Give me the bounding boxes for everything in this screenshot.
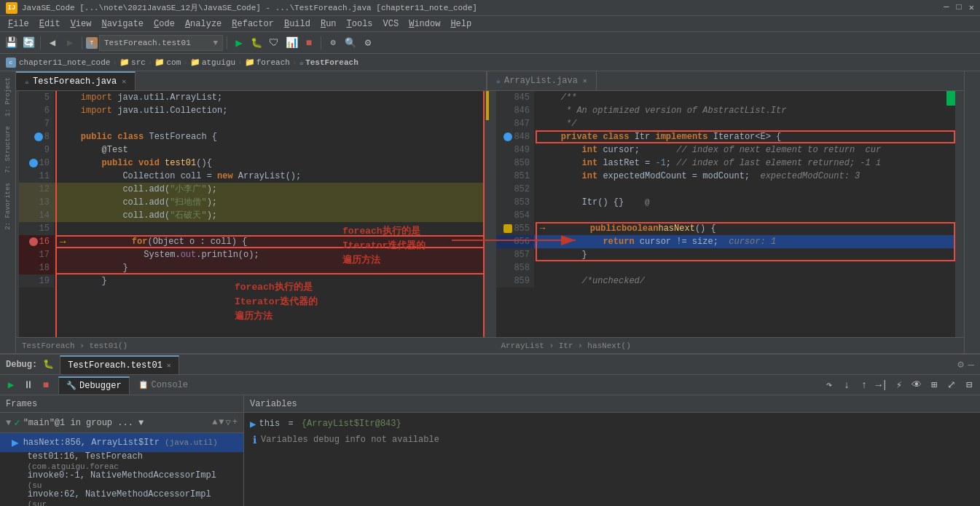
debug-tab-main[interactable]: TestForeach.test01 ✕ <box>60 355 179 374</box>
forward-btn[interactable]: ▶ <box>62 35 78 51</box>
menu-edit[interactable]: Edit <box>34 16 66 31</box>
stop-btn[interactable]: ■ <box>301 35 317 51</box>
var-this[interactable]: ▶ this = {ArrayList$Itr@843} <box>250 416 974 432</box>
sdk-settings-btn[interactable]: ⚙ <box>325 35 341 51</box>
right-editor[interactable]: 845 /** 846 * An optimi <box>496 91 955 337</box>
code-line-858: 858 <box>496 261 955 274</box>
pause-btn[interactable]: ⏸ <box>20 377 36 393</box>
tabs-bar: ☕ TestForeach.java ✕ ☕ ArrayList.java ✕ <box>16 71 964 91</box>
tab-close-arraylist[interactable]: ✕ <box>583 76 587 85</box>
menu-window[interactable]: Window <box>404 16 445 31</box>
run-to-cursor-btn[interactable]: →| <box>874 377 890 393</box>
breadcrumb-file[interactable]: TestForeach <box>305 58 358 67</box>
frame-up-btn[interactable]: ▲ <box>212 417 217 428</box>
evaluate-btn[interactable]: ⚡ <box>891 377 907 393</box>
profile-btn[interactable]: 📊 <box>283 35 299 51</box>
title-bar: IJ JavaSE_Code [...\note\2021JavaSE_12月\… <box>0 0 980 16</box>
frames-layout-btn[interactable]: ⊞ <box>926 377 942 393</box>
debug-minimize-icon[interactable]: — <box>968 359 974 371</box>
frame-item-0[interactable]: ▶ hasNext:856, ArrayList$Itr (java.util) <box>0 433 243 452</box>
code-line-16: 16 → for (Object o : coll) { <box>16 235 485 248</box>
settings-btn[interactable]: ⚙ <box>360 35 376 51</box>
code-line-850: 850 int lastRet = -1; // index of last e… <box>496 157 955 170</box>
breadcrumb-file-icon: ☕ <box>299 58 305 67</box>
right-breadcrumb: ArrayList › Itr › hasNext() <box>501 341 631 350</box>
menu-help[interactable]: Help <box>445 16 477 31</box>
frame-item-2[interactable]: invoke0:-1, NativeMethodAccessorImpl (su <box>0 471 243 490</box>
step-into-btn[interactable]: ↓ <box>839 377 855 393</box>
frame-down-btn[interactable]: ▼ <box>219 417 224 428</box>
breadcrumb-com[interactable]: com <box>166 58 181 67</box>
breadcrumb-project[interactable]: chapter11_note_code <box>19 58 110 67</box>
stop-debug-btn[interactable]: ■ <box>38 377 54 393</box>
frame-item-3[interactable]: invoke:62, NativeMethodAccessorImpl (sur <box>0 490 243 506</box>
left-panel-strip: 1: Project 7: Structure 2: Favorites <box>0 71 16 353</box>
code-line-13: 13 coll.add("扫地僧"); <box>16 196 485 209</box>
search-everywhere-btn[interactable]: 🔍 <box>342 35 358 51</box>
frame-filter-btn[interactable]: ▽ <box>226 417 231 428</box>
variables-header: Variables <box>250 399 297 409</box>
code-line-19: 19 } <box>16 274 485 288</box>
menu-build[interactable]: Build <box>279 16 315 31</box>
breadcrumb-atguigu-icon: 📁 <box>190 58 200 67</box>
breadcrumb-foreach[interactable]: foreach <box>256 58 290 67</box>
menu-view[interactable]: View <box>66 16 97 31</box>
resume-btn[interactable]: ▶ <box>3 377 19 393</box>
console-sub-tab[interactable]: 📋 Console <box>131 376 195 394</box>
tab-arraylist[interactable]: ☕ ArrayList.java ✕ <box>487 71 597 90</box>
var-debug-info: ℹ Variables debug info not available <box>250 432 974 448</box>
step-over-btn[interactable]: ↷ <box>821 377 837 393</box>
title-text: JavaSE_Code [...\note\2021JavaSE_12月\Jav… <box>22 2 477 13</box>
debug-panel: Debug: 🐛 TestForeach.test01 ✕ ⚙ — ▶ ⏸ ■ … <box>0 353 980 506</box>
left-editor[interactable]: 5 import java.util.ArrayList; 6 <box>16 91 486 337</box>
code-line-851: 851 int expectedModCount = modCount; exp… <box>496 170 955 183</box>
restore-layout-btn[interactable]: ⤢ <box>944 377 960 393</box>
code-line-852: 852 <box>496 183 955 196</box>
structure-panel-btn[interactable]: 7: Structure <box>2 122 14 178</box>
run-config-dropdown[interactable]: TestForeach.test01 ▼ <box>99 35 223 51</box>
menu-vcs[interactable]: VCS <box>378 16 404 31</box>
breadcrumb: c chapter11_note_code › 📁 src › 📁 com › … <box>0 54 980 71</box>
favorites-panel-btn[interactable]: 2: Favorites <box>2 178 14 234</box>
code-line-17: 17 System.out.println(o); <box>16 248 485 261</box>
menu-file[interactable]: File <box>3 16 34 31</box>
run-btn[interactable]: ▶ <box>231 35 247 51</box>
step-out-btn[interactable]: ↑ <box>856 377 872 393</box>
minimize-btn[interactable]: — <box>944 2 949 13</box>
code-line-847: 847 */ <box>496 117 955 130</box>
menu-run[interactable]: Run <box>315 16 342 31</box>
frame-add-btn[interactable]: + <box>232 417 238 428</box>
code-line-846: 846 * An optimized version of AbstractLi… <box>496 104 955 117</box>
menu-refactor[interactable]: Refactor <box>227 16 279 31</box>
frames-panel: Frames ▼ ✓ "main"@1 in group ... ▼ ▲ ▼ ▽… <box>0 395 244 506</box>
debug-icon: 🐛 <box>43 359 54 370</box>
save-all-btn[interactable]: 💾 <box>3 35 19 51</box>
debugger-sub-tab[interactable]: 🔧 Debugger <box>58 376 130 394</box>
menu-analyze[interactable]: Analyze <box>180 16 227 31</box>
debug-tab-close[interactable]: ✕ <box>167 361 171 370</box>
maximize-btn[interactable]: □ <box>957 2 962 13</box>
menu-tools[interactable]: Tools <box>342 16 378 31</box>
back-btn[interactable]: ◀ <box>44 35 60 51</box>
close-btn[interactable]: ✕ <box>969 2 974 13</box>
tab-testforeach[interactable]: ☕ TestForeach.java ✕ <box>16 71 136 90</box>
tab-close-testforeach[interactable]: ✕ <box>122 77 126 86</box>
code-line-849: 849 int cursor; // index of next element… <box>496 143 955 157</box>
breadcrumb-src[interactable]: src <box>131 58 146 67</box>
debug-label: Debug: <box>6 360 37 370</box>
breadcrumb-atguigu[interactable]: atguigu <box>202 58 235 67</box>
sync-btn[interactable]: 🔄 <box>20 35 36 51</box>
frame-group-header[interactable]: ▼ ✓ "main"@1 in group ... ▼ ▲ ▼ ▽ + <box>0 413 243 433</box>
debug-run-btn[interactable]: 🐛 <box>248 35 264 51</box>
code-line-9: 9 @Test <box>16 143 485 157</box>
code-line-848: 848 private class Itr implements Iterato… <box>496 130 955 143</box>
frame-item-1[interactable]: test01:16, TestForeach (com.atguigu.fore… <box>0 452 243 471</box>
watches-btn[interactable]: 👁 <box>909 377 925 393</box>
coverage-btn[interactable]: 🛡 <box>266 35 282 51</box>
debug-settings-icon[interactable]: ⚙ <box>957 358 963 371</box>
menu-code[interactable]: Code <box>149 16 180 31</box>
menu-navigate[interactable]: Navigate <box>96 16 149 31</box>
code-line-7: 7 <box>16 117 485 130</box>
project-panel-btn[interactable]: 1: Project <box>2 73 14 121</box>
expand-panel-btn[interactable]: ⊟ <box>961 377 977 393</box>
